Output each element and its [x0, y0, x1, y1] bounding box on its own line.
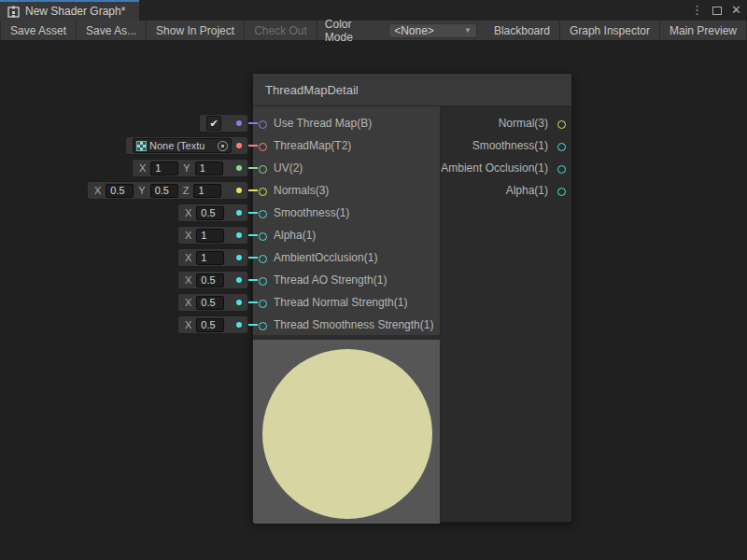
shader-graph-icon: [7, 6, 20, 18]
input-port[interactable]: [259, 232, 267, 241]
blackboard-button[interactable]: Blackboard: [485, 21, 560, 40]
output-port[interactable]: [557, 188, 566, 196]
node-preview: [253, 340, 441, 524]
port-dot: [236, 120, 242, 126]
axis-label: Y: [138, 185, 145, 196]
input-port-label: UV(2): [274, 161, 303, 175]
object-picker-icon[interactable]: [218, 141, 228, 151]
node-threadmapdetail[interactable]: ThreadMapDetail Use Thread Map(B)ThreadM…: [252, 73, 572, 523]
texture-object-value: None (Textu: [149, 140, 215, 151]
output-port[interactable]: [557, 165, 566, 174]
graph-canvas[interactable]: ThreadMapDetail Use Thread Map(B)ThreadM…: [0, 41, 747, 560]
texture-object-field[interactable]: None (Textu: [133, 138, 232, 153]
axis-label: Z: [183, 185, 190, 196]
toolbar: Save Asset Save As... Show In Project Ch…: [0, 21, 747, 41]
input-port-label: Thread AO Strength(1): [274, 273, 387, 287]
vector-value-field[interactable]: 0.5: [196, 318, 224, 332]
input-port-label: Thread Normal Strength(1): [274, 296, 407, 309]
input-widget-vector: X0.5: [177, 293, 248, 312]
output-port[interactable]: [557, 120, 566, 129]
axis-label: X: [185, 230, 191, 241]
port-dot: [236, 165, 242, 171]
input-port-label: Thread Smoothness Strength(1): [274, 318, 433, 331]
axis-label: X: [185, 252, 191, 263]
color-mode-group: Color Mode <None> ▼: [317, 21, 485, 40]
tab-new-shader-graph[interactable]: New Shader Graph*: [0, 0, 139, 21]
maximize-icon[interactable]: [712, 7, 722, 15]
window-controls: ⋮ ✕: [691, 0, 741, 21]
color-mode-value: <None>: [394, 24, 434, 37]
input-widget-checkbox: ✔: [199, 114, 248, 133]
input-port-label: ThreadMap(T2): [274, 139, 351, 152]
axis-label: X: [185, 274, 191, 286]
graph-inspector-button[interactable]: Graph Inspector: [560, 21, 660, 40]
save-asset-button[interactable]: Save Asset: [0, 21, 77, 40]
port-dot: [236, 277, 242, 283]
input-port-label: AmbientOcclusion(1): [274, 251, 377, 264]
node-title[interactable]: ThreadMapDetail: [253, 74, 571, 106]
input-widget-vector: X0.5: [177, 271, 248, 289]
input-widget-vector: X0.5: [177, 203, 248, 222]
vector-value-field[interactable]: 0.5: [196, 273, 224, 287]
output-port-label: Normal(3): [499, 117, 548, 130]
axis-label: Y: [183, 162, 190, 174]
vector-value-field[interactable]: 1: [150, 161, 178, 175]
port-dot: [236, 322, 242, 328]
axis-label: X: [185, 297, 191, 308]
port-dot: [236, 143, 242, 148]
input-port[interactable]: [259, 277, 267, 286]
input-widget-vector: X0.5Y0.5Z1: [87, 181, 248, 200]
input-port[interactable]: [259, 188, 267, 196]
input-port-label: Alpha(1): [274, 229, 316, 242]
port-dot: [236, 255, 242, 260]
port-dot: [236, 232, 242, 238]
tab-title: New Shader Graph*: [25, 5, 125, 18]
input-widget-vector: X0.5: [177, 315, 248, 334]
save-as-button[interactable]: Save As...: [77, 21, 147, 40]
main-preview-button[interactable]: Main Preview: [660, 21, 747, 40]
vector-value-field[interactable]: 0.5: [196, 296, 224, 310]
input-port-label: Normals(3): [274, 184, 329, 197]
vector-value-field[interactable]: 1: [196, 229, 224, 243]
window-menu-icon[interactable]: ⋮: [691, 0, 703, 21]
chevron-down-icon: ▼: [464, 26, 472, 35]
input-widget-vector: X1Y1: [132, 159, 248, 177]
input-widget-vector: X1: [177, 226, 248, 245]
axis-label: X: [185, 207, 191, 218]
input-port-label: Smoothness(1): [274, 206, 349, 219]
vector-value-field[interactable]: 1: [196, 251, 224, 265]
input-widget-object: None (Textu: [125, 136, 248, 155]
port-dot: [236, 300, 242, 305]
axis-label: X: [139, 162, 146, 174]
output-port[interactable]: [557, 143, 566, 151]
axis-label: X: [185, 319, 191, 330]
check-out-button: Check Out: [245, 21, 317, 40]
vector-value-field[interactable]: 0.5: [150, 184, 178, 198]
input-port[interactable]: [259, 143, 267, 151]
output-port-label: Ambient Occlusion(1): [441, 161, 548, 175]
output-port-label: Alpha(1): [506, 184, 548, 197]
preview-sphere: [262, 349, 432, 519]
input-port[interactable]: [259, 322, 267, 330]
shader-graph-window: New Shader Graph* ⋮ ✕ Save Asset Save As…: [0, 0, 747, 560]
input-widget-vector: X1: [177, 248, 248, 267]
port-dot: [236, 210, 242, 216]
input-port-label: Use Thread Map(B): [274, 117, 372, 130]
input-port[interactable]: [259, 120, 267, 129]
vector-value-field[interactable]: 1: [195, 161, 223, 175]
input-port[interactable]: [259, 255, 267, 263]
vector-value-field[interactable]: 0.5: [196, 206, 224, 220]
texture-checker-icon: [136, 141, 147, 151]
close-icon[interactable]: ✕: [731, 0, 741, 21]
output-port-label: Smoothness(1): [472, 139, 548, 152]
color-mode-dropdown[interactable]: <None> ▼: [388, 23, 477, 38]
checkbox[interactable]: ✔: [206, 116, 221, 131]
vector-value-field[interactable]: 1: [193, 184, 221, 198]
show-in-project-button[interactable]: Show In Project: [147, 21, 245, 40]
vector-value-field[interactable]: 0.5: [106, 184, 134, 198]
axis-label: X: [94, 185, 101, 196]
input-port[interactable]: [259, 210, 267, 218]
input-port[interactable]: [259, 165, 267, 174]
input-port[interactable]: [259, 300, 267, 308]
color-mode-label: Color Mode: [325, 18, 381, 44]
